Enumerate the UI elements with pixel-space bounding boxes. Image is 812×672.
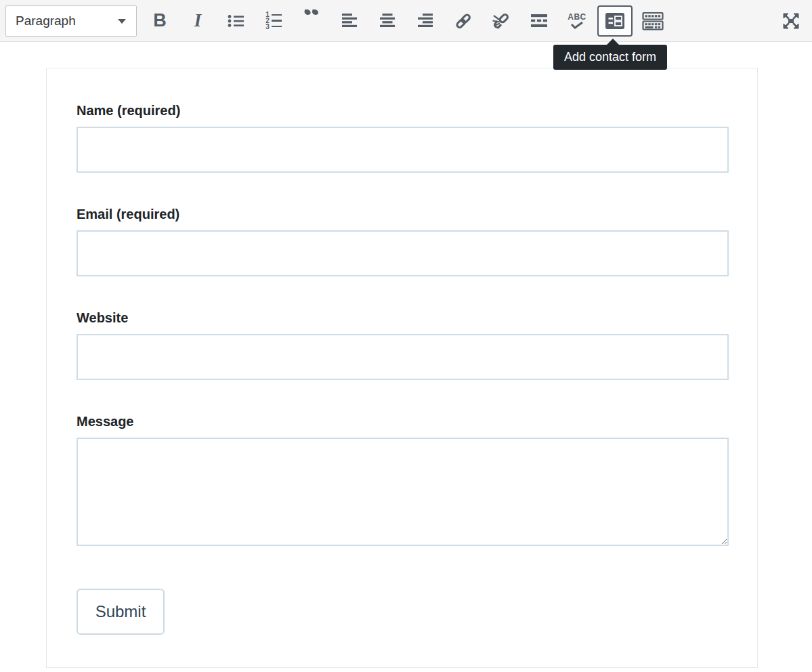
message-field-label: Message xyxy=(77,413,729,429)
add-contact-form-tooltip: Add contact form xyxy=(553,45,667,70)
blockquote-icon: “ xyxy=(303,9,320,33)
paragraph-format-value: Paragraph xyxy=(16,14,76,28)
align-right-icon xyxy=(417,13,433,28)
remove-link-button[interactable] xyxy=(482,4,520,38)
email-input[interactable] xyxy=(77,230,729,276)
message-textarea[interactable] xyxy=(77,438,729,546)
submit-button[interactable]: Submit xyxy=(77,589,165,635)
add-contact-form-button[interactable] xyxy=(597,5,633,37)
form-field-message: Message xyxy=(77,413,729,549)
unlink-icon xyxy=(491,11,511,31)
fullscreen-icon xyxy=(782,12,800,30)
contact-form-preview: Name (required) Email (required) Website… xyxy=(46,68,758,668)
email-field-label: Email (required) xyxy=(77,206,729,222)
name-input[interactable] xyxy=(77,127,729,173)
form-field-email: Email (required) xyxy=(77,206,729,276)
tooltip-text: Add contact form xyxy=(564,50,656,64)
link-icon xyxy=(454,12,473,30)
contact-form-icon xyxy=(605,12,625,30)
read-more-button[interactable] xyxy=(520,4,558,38)
website-input[interactable] xyxy=(77,334,729,380)
numbered-list-icon: 1 2 3 xyxy=(265,12,282,30)
italic-button[interactable]: I xyxy=(179,4,217,38)
name-field-label: Name (required) xyxy=(77,102,729,119)
spellcheck-icon: ABC xyxy=(568,12,586,29)
keyboard-icon xyxy=(642,12,664,30)
spellcheck-button[interactable]: ABC xyxy=(558,4,596,38)
form-field-website: Website xyxy=(77,310,729,380)
bold-button[interactable]: B xyxy=(141,4,179,38)
align-left-icon xyxy=(341,13,358,28)
blockquote-button[interactable]: “ xyxy=(293,4,330,38)
align-center-button[interactable] xyxy=(368,4,406,38)
bold-icon: B xyxy=(153,10,167,31)
website-field-label: Website xyxy=(77,310,729,326)
numbered-list-button[interactable]: 1 2 3 xyxy=(255,4,293,38)
chevron-down-icon xyxy=(117,15,127,27)
submit-row: Submit xyxy=(77,589,729,635)
align-left-button[interactable] xyxy=(330,4,368,38)
italic-icon: I xyxy=(194,10,202,31)
form-field-name: Name (required) xyxy=(77,102,729,173)
paragraph-format-dropdown[interactable]: Paragraph xyxy=(5,5,137,37)
bullet-list-icon xyxy=(227,13,244,29)
align-right-button[interactable] xyxy=(406,4,444,38)
keyboard-shortcuts-button[interactable] xyxy=(634,4,672,38)
editor-toolbar: Paragraph B I 1 2 3 “ xyxy=(0,0,812,42)
align-center-icon xyxy=(379,13,396,28)
read-more-icon xyxy=(530,14,548,28)
fullscreen-button[interactable] xyxy=(772,4,810,38)
insert-link-button[interactable] xyxy=(444,4,482,38)
bullet-list-button[interactable] xyxy=(217,4,255,38)
